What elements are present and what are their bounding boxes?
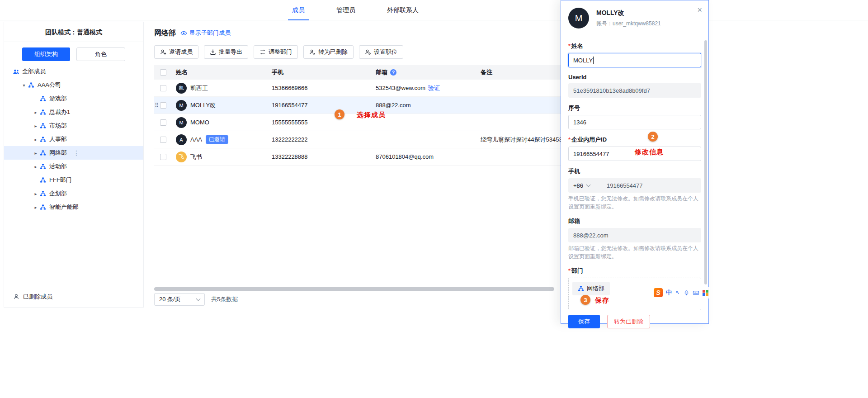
tab-members[interactable]: 成员 [292, 0, 305, 20]
member-name-cell: MOMO [190, 119, 209, 126]
move-to-deleted-button[interactable]: 转为已删除 [607, 315, 650, 328]
eye-icon [180, 30, 187, 37]
caret-right-icon[interactable]: ▸ [32, 205, 39, 210]
close-icon[interactable]: × [697, 6, 702, 14]
drawer-header: M MOLLY改 账号：user_mktqww85821 [568, 8, 701, 28]
text-cursor [593, 57, 594, 64]
caret-right-icon[interactable]: ▸ [32, 164, 39, 169]
caret-right-icon[interactable]: ▸ [32, 151, 39, 156]
member-name-cell: AAA [190, 136, 202, 143]
drag-handle-icon[interactable]: ⠿ [155, 102, 159, 109]
tab-admins[interactable]: 管理员 [336, 0, 355, 20]
app-root: 成员管理员外部联系人 团队模式：普通模式 组织架构 角色 全部成员▾AAA公司游… [0, 0, 868, 398]
download-icon [210, 49, 216, 55]
org-icon [39, 163, 47, 170]
annotation-step-1-badge: 1 [335, 109, 344, 119]
serial-input[interactable]: 1346 [568, 115, 701, 129]
avatar: 凯 [176, 83, 187, 94]
drawer-footer: 保存 转为已删除 [568, 315, 701, 328]
ime-punct-icon[interactable] [675, 290, 680, 295]
verify-link[interactable]: 验证 [428, 85, 440, 91]
phone-field-label: 手机 [568, 167, 701, 175]
department-tag[interactable]: 网络部 [572, 282, 610, 295]
save-button[interactable]: 保存 [568, 315, 600, 328]
table-row[interactable]: 凯凯西王15366669666532543@wew.com验证 [154, 80, 561, 97]
row-checkbox[interactable] [160, 85, 166, 91]
enterprise-id-field-label: 企业内用户ID [571, 136, 607, 143]
tree-item-hr-dept[interactable]: ▸人事部 [4, 133, 143, 146]
ime-toolbar: S 中 [652, 287, 710, 298]
caret-right-icon[interactable]: ▸ [32, 191, 39, 196]
deleted-members-link[interactable]: 已删除成员 [4, 290, 143, 303]
horizontal-scrollbar[interactable] [154, 287, 554, 291]
sogou-logo-icon[interactable]: S [654, 288, 663, 297]
invite-member-button[interactable]: 邀请成员 [154, 45, 198, 59]
department-tree: 全部成员▾AAA公司游戏部▸总裁办1▸市场部▸人事部▸网络部⋮▸活动部FFF部门… [4, 65, 143, 214]
org-icon [39, 176, 47, 184]
table-row[interactable]: 飞飞书133222288888706101804@qq.com [154, 148, 561, 166]
team-mode-label: 团队模式：普通模式 [4, 22, 143, 42]
row-checkbox[interactable] [160, 154, 166, 160]
set-position-button[interactable]: 设置职位 [359, 45, 403, 59]
person-set-icon [365, 49, 371, 55]
row-checkbox[interactable] [160, 137, 166, 143]
select-all-checkbox[interactable] [160, 69, 166, 76]
tree-item-ceo-office-1[interactable]: ▸总裁办1 [4, 105, 143, 119]
pagination: 20 条/页 共5条数据 [154, 293, 238, 306]
name-input[interactable]: MOLLY [568, 53, 701, 67]
ime-chinese-mode[interactable]: 中 [666, 289, 672, 297]
tree-item-fff-dept[interactable]: FFF部门 [4, 173, 143, 187]
show-sub-department-link[interactable]: 显示子部门成员 [180, 29, 231, 37]
member-account: 账号：user_mktqww85821 [596, 20, 661, 28]
more-actions-icon[interactable]: ⋮ [73, 150, 80, 156]
country-code-select[interactable]: +86 [573, 182, 599, 189]
caret-down-icon[interactable]: ▾ [20, 83, 28, 88]
phone-input: +86 19166554477 [568, 178, 701, 193]
topbar-tabs: 成员管理员外部联系人 [292, 0, 419, 20]
page-size-select[interactable]: 20 条/页 [154, 293, 205, 306]
batch-export-button[interactable]: 批量导出 [204, 45, 248, 59]
toolbar: 邀请成员批量导出调整部门转为已删除设置职位 [154, 45, 561, 59]
member-detail-drawer: × M MOLLY改 账号：user_mktqww85821 *姓名 MOLLY… [561, 0, 709, 324]
org-icon [39, 95, 47, 102]
row-checkbox[interactable] [160, 102, 166, 109]
move-to-deleted-button[interactable]: 转为已删除 [303, 45, 354, 59]
org-icon [39, 149, 47, 156]
tree-item-all-members[interactable]: 全部成员 [4, 65, 143, 78]
mic-icon[interactable] [684, 290, 689, 296]
serial-value: 1346 [573, 119, 586, 126]
userid-value: 51e3591810b13e8ad8b09fd7 [573, 87, 650, 94]
department-field-label: 部门 [571, 267, 583, 274]
email-cell: 532543@wew.com验证 [372, 84, 477, 92]
caret-right-icon[interactable]: ▸ [32, 137, 39, 142]
org-icon [39, 122, 47, 129]
tree-item-network-dept[interactable]: ▸网络部⋮ [4, 146, 143, 160]
caret-right-icon[interactable]: ▸ [32, 123, 39, 128]
table-row[interactable]: AAAA已邀请13222222222绕弯儿翁探讨探讨44探讨5345345435… [154, 131, 561, 148]
people-icon [12, 68, 19, 75]
org-structure-button[interactable]: 组织架构 [22, 47, 70, 61]
member-name-cell: 飞书 [190, 153, 202, 161]
tab-external-contacts[interactable]: 外部联系人 [387, 0, 419, 20]
tree-item-market-dept[interactable]: ▸市场部 [4, 119, 143, 133]
transfer-icon [259, 49, 266, 55]
tree-item-game-dept[interactable]: 游戏部 [4, 92, 143, 105]
email-cell: 888@22.com [372, 102, 477, 109]
phone-cell: 13322228888 [268, 153, 372, 160]
keyboard-icon[interactable] [693, 289, 699, 296]
avatar: M [176, 117, 187, 128]
ime-grid-icon[interactable] [703, 290, 708, 296]
roles-button[interactable]: 角色 [76, 47, 125, 61]
help-icon[interactable]: ? [390, 69, 396, 76]
tree-item-planning-dept[interactable]: ▸企划部 [4, 187, 143, 200]
adjust-department-button[interactable]: 调整部门 [254, 45, 298, 59]
vertical-scrollbar[interactable] [704, 40, 707, 284]
required-star: * [568, 43, 571, 49]
caret-right-icon[interactable]: ▸ [32, 110, 39, 115]
org-icon [39, 136, 47, 143]
tree-item-aaa-company[interactable]: ▾AAA公司 [4, 78, 143, 92]
tree-item-activity-dept[interactable]: ▸活动部 [4, 160, 143, 173]
main-panel: 网络部 显示子部门成员 邀请成员批量导出调整部门转为已删除设置职位 姓名手机邮箱… [151, 22, 561, 308]
tree-item-smart-capacity-dept[interactable]: ▸智能产能部 [4, 200, 143, 214]
row-checkbox[interactable] [160, 119, 166, 126]
